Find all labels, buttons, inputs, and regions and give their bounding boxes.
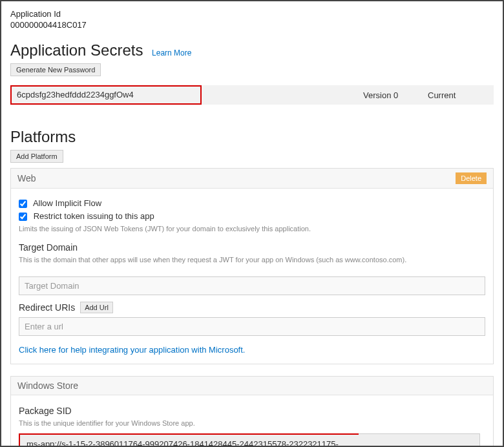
secret-row: 6cpdsfg23hedfddd2234ggfOw4 Version 0 Cur…	[10, 85, 494, 105]
secret-version: Version 0	[363, 90, 428, 100]
package-sid-hint: This is the unique identifier for your W…	[19, 419, 485, 428]
windows-store-panel: Windows Store Package SID This is the un…	[10, 376, 494, 447]
windows-store-panel-header: Windows Store	[11, 377, 493, 395]
add-url-button[interactable]: Add Url	[80, 302, 113, 313]
delete-web-button[interactable]: Delete	[456, 172, 487, 184]
target-domain-hint: This is the domain that other apps will …	[19, 255, 485, 265]
app-id-value: 000000004418C017	[10, 20, 494, 30]
package-sid-value: ms-app://s-1-15-2-3896011764-999207426-1…	[19, 433, 361, 447]
allow-implicit-checkbox[interactable]	[19, 200, 27, 208]
restrict-token-hint: Limits the issuing of JSON Web Tokens (J…	[19, 224, 485, 234]
help-integration-link[interactable]: Click here for help integrating your app…	[19, 345, 485, 355]
secret-status: Current	[428, 90, 494, 100]
web-panel: Web Delete Allow Implicit Flow Restrict …	[10, 168, 494, 364]
add-platform-button[interactable]: Add Platform	[10, 150, 63, 163]
package-sid-rest	[359, 433, 480, 447]
target-domain-label: Target Domain	[19, 242, 485, 253]
secret-password-value: 6cpdsfg23hedfddd2234ggfOw4	[10, 85, 202, 105]
redirect-uris-label: Redirect URIs	[19, 302, 75, 313]
app-id-label: Application Id	[10, 9, 494, 19]
generate-password-button[interactable]: Generate New Password	[10, 63, 101, 76]
secrets-heading: Application Secrets	[10, 41, 143, 59]
restrict-token-checkbox[interactable]	[19, 213, 27, 221]
redirect-uri-input[interactable]	[19, 317, 485, 336]
web-panel-header: Web Delete	[11, 169, 493, 189]
target-domain-input[interactable]	[19, 276, 485, 295]
learn-more-link[interactable]: Learn More	[152, 48, 191, 57]
restrict-token-label: Restrict token issuing to this app	[34, 211, 154, 221]
package-sid-label: Package SID	[19, 406, 485, 416]
platforms-heading: Platforms	[10, 128, 76, 146]
allow-implicit-label: Allow Implicit Flow	[33, 198, 101, 208]
web-panel-title: Web	[17, 173, 36, 183]
windows-store-panel-title: Windows Store	[17, 380, 78, 391]
